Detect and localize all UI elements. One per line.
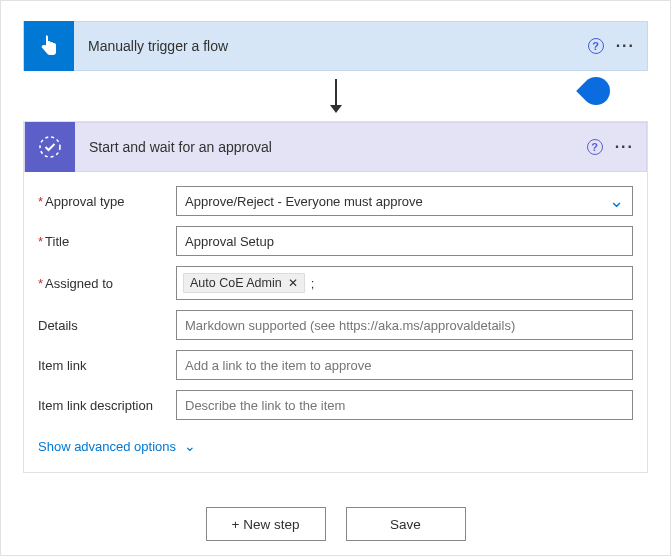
- action-card-actions: ? ···: [587, 139, 646, 155]
- row-title: Title Approval Setup: [38, 226, 633, 256]
- help-icon[interactable]: ?: [588, 38, 604, 54]
- help-icon[interactable]: ?: [587, 139, 603, 155]
- details-input[interactable]: Markdown supported (see https://aka.ms/a…: [176, 310, 633, 340]
- item-link-input[interactable]: Add a link to the item to approve: [176, 350, 633, 380]
- add-step-drop-icon[interactable]: [576, 71, 616, 111]
- assignee-separator: ;: [311, 276, 315, 291]
- row-approval-type: Approval type Approve/Reject - Everyone …: [38, 186, 633, 216]
- label-approval-type: Approval type: [38, 194, 176, 209]
- approval-action-card: Start and wait for an approval ? ··· App…: [23, 121, 648, 473]
- row-assigned-to: Assigned to Auto CoE Admin ✕ ;: [38, 266, 633, 300]
- svg-point-0: [40, 137, 60, 157]
- trigger-card-actions: ? ···: [588, 38, 647, 54]
- connector-line: [335, 79, 337, 105]
- row-details: Details Markdown supported (see https://…: [38, 310, 633, 340]
- row-item-link-desc: Item link description Describe the link …: [38, 390, 633, 420]
- row-item-link: Item link Add a link to the item to appr…: [38, 350, 633, 380]
- action-form: Approval type Approve/Reject - Everyone …: [24, 172, 647, 472]
- trigger-icon-touch: [24, 21, 74, 71]
- title-value: Approval Setup: [185, 234, 274, 249]
- assignee-chip: Auto CoE Admin ✕: [183, 273, 305, 293]
- chevron-down-icon: ⌄: [184, 438, 196, 454]
- save-button[interactable]: Save: [346, 507, 466, 541]
- new-step-label: + New step: [232, 517, 300, 532]
- item-link-placeholder: Add a link to the item to approve: [185, 358, 371, 373]
- title-input[interactable]: Approval Setup: [176, 226, 633, 256]
- connector-arrow-head: [330, 105, 342, 113]
- more-menu-icon[interactable]: ···: [615, 139, 634, 155]
- more-menu-icon[interactable]: ···: [616, 38, 635, 54]
- action-header[interactable]: Start and wait for an approval ? ···: [24, 122, 647, 172]
- approval-type-select[interactable]: Approve/Reject - Everyone must approve ⌄: [176, 186, 633, 216]
- remove-chip-icon[interactable]: ✕: [288, 276, 298, 290]
- show-advanced-options[interactable]: Show advanced options ⌄: [38, 430, 196, 468]
- details-placeholder: Markdown supported (see https://aka.ms/a…: [185, 318, 515, 333]
- trigger-card[interactable]: Manually trigger a flow ? ···: [23, 21, 648, 71]
- connector: [23, 71, 648, 121]
- assignee-chip-text: Auto CoE Admin: [190, 276, 282, 290]
- label-title: Title: [38, 234, 176, 249]
- advanced-label: Show advanced options: [38, 439, 176, 454]
- label-item-link: Item link: [38, 358, 176, 373]
- label-item-link-desc: Item link description: [38, 398, 176, 413]
- item-link-desc-placeholder: Describe the link to the item: [185, 398, 345, 413]
- label-assigned-to: Assigned to: [38, 276, 176, 291]
- save-label: Save: [390, 517, 421, 532]
- action-title: Start and wait for an approval: [75, 139, 587, 155]
- flow-designer-canvas: Manually trigger a flow ? ··· Start and …: [0, 0, 671, 556]
- approval-type-value: Approve/Reject - Everyone must approve: [185, 194, 423, 209]
- new-step-button[interactable]: + New step: [206, 507, 326, 541]
- assigned-to-input[interactable]: Auto CoE Admin ✕ ;: [176, 266, 633, 300]
- trigger-title: Manually trigger a flow: [74, 38, 588, 54]
- approval-icon: [25, 122, 75, 172]
- label-details: Details: [38, 318, 176, 333]
- footer-actions: + New step Save: [23, 507, 648, 541]
- chevron-down-icon: ⌄: [609, 192, 624, 210]
- item-link-desc-input[interactable]: Describe the link to the item: [176, 390, 633, 420]
